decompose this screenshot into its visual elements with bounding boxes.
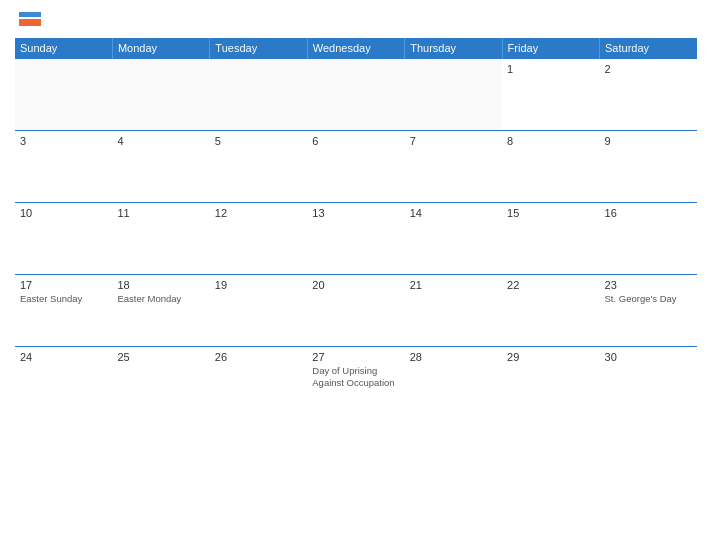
calendar-cell: 15 [502,203,599,275]
weekday-row: Sunday Monday Tuesday Wednesday Thursday… [15,38,697,59]
day-number: 6 [312,135,399,147]
weekday-monday: Monday [112,38,209,59]
calendar-page: Sunday Monday Tuesday Wednesday Thursday… [0,0,712,550]
day-number: 8 [507,135,594,147]
day-number: 23 [605,279,692,291]
day-number: 22 [507,279,594,291]
calendar-cell: 25 [112,347,209,419]
calendar-week-2: 3456789 [15,131,697,203]
day-number: 2 [605,63,692,75]
calendar-cell [307,59,404,131]
calendar-cell: 22 [502,275,599,347]
weekday-sunday: Sunday [15,38,112,59]
calendar-cell: 4 [112,131,209,203]
calendar-cell: 8 [502,131,599,203]
calendar-body: 1234567891011121314151617Easter Sunday18… [15,59,697,419]
day-number: 29 [507,351,594,363]
day-number: 10 [20,207,107,219]
day-number: 27 [312,351,399,363]
calendar-cell [15,59,112,131]
calendar-cell: 16 [600,203,697,275]
holiday-label: Easter Sunday [20,293,107,305]
calendar-cell: 17Easter Sunday [15,275,112,347]
calendar-week-3: 10111213141516 [15,203,697,275]
day-number: 17 [20,279,107,291]
calendar-cell: 23St. George's Day [600,275,697,347]
day-number: 12 [215,207,302,219]
day-number: 3 [20,135,107,147]
calendar-cell: 24 [15,347,112,419]
holiday-label: Easter Monday [117,293,204,305]
calendar-cell: 9 [600,131,697,203]
calendar-week-4: 17Easter Sunday18Easter Monday1920212223… [15,275,697,347]
calendar-cell: 13 [307,203,404,275]
calendar-cell: 10 [15,203,112,275]
day-number: 13 [312,207,399,219]
weekday-saturday: Saturday [600,38,697,59]
calendar-cell: 2 [600,59,697,131]
calendar-cell: 18Easter Monday [112,275,209,347]
calendar-cell: 30 [600,347,697,419]
weekday-wednesday: Wednesday [307,38,404,59]
holiday-label: St. George's Day [605,293,692,305]
calendar-cell: 21 [405,275,502,347]
day-number: 30 [605,351,692,363]
calendar-cell: 5 [210,131,307,203]
day-number: 24 [20,351,107,363]
day-number: 15 [507,207,594,219]
day-number: 1 [507,63,594,75]
logo-flag [19,12,41,26]
day-number: 19 [215,279,302,291]
calendar-cell: 12 [210,203,307,275]
weekday-tuesday: Tuesday [210,38,307,59]
day-number: 14 [410,207,497,219]
header [15,10,697,28]
calendar-cell: 28 [405,347,502,419]
calendar-cell: 19 [210,275,307,347]
day-number: 11 [117,207,204,219]
day-number: 18 [117,279,204,291]
calendar-week-1: 12 [15,59,697,131]
day-number: 9 [605,135,692,147]
day-number: 5 [215,135,302,147]
calendar-cell: 20 [307,275,404,347]
calendar-cell [210,59,307,131]
day-number: 4 [117,135,204,147]
day-number: 7 [410,135,497,147]
calendar-cell: 29 [502,347,599,419]
calendar-cell: 1 [502,59,599,131]
calendar-cell: 6 [307,131,404,203]
day-number: 16 [605,207,692,219]
logo [15,10,41,28]
calendar-cell: 7 [405,131,502,203]
weekday-thursday: Thursday [405,38,502,59]
day-number: 25 [117,351,204,363]
calendar-cell: 27Day of Uprising Against Occupation [307,347,404,419]
calendar-cell [405,59,502,131]
weekday-friday: Friday [502,38,599,59]
holiday-label: Day of Uprising Against Occupation [312,365,399,390]
calendar-week-5: 24252627Day of Uprising Against Occupati… [15,347,697,419]
calendar-cell: 3 [15,131,112,203]
calendar-cell: 11 [112,203,209,275]
calendar-table: Sunday Monday Tuesday Wednesday Thursday… [15,38,697,419]
day-number: 20 [312,279,399,291]
calendar-cell: 26 [210,347,307,419]
day-number: 26 [215,351,302,363]
calendar-header: Sunday Monday Tuesday Wednesday Thursday… [15,38,697,59]
calendar-cell: 14 [405,203,502,275]
day-number: 21 [410,279,497,291]
calendar-cell [112,59,209,131]
day-number: 28 [410,351,497,363]
